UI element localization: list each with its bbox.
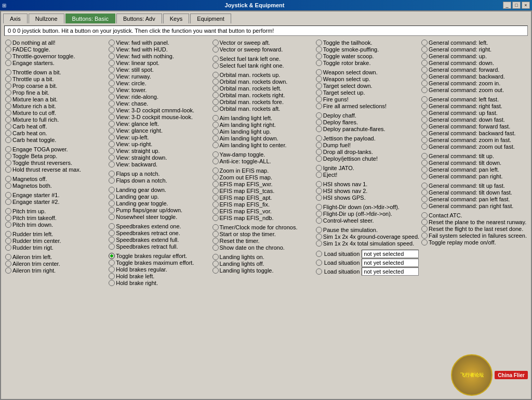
list-item[interactable]: Toggle Beta prop. <box>5 153 107 159</box>
radio-button[interactable] <box>421 226 428 232</box>
radio-button[interactable] <box>212 195 219 201</box>
tab-keys[interactable]: Keys <box>163 14 189 23</box>
radio-button[interactable] <box>109 134 115 140</box>
radio-button[interactable] <box>5 222 11 228</box>
radio-button[interactable] <box>212 99 219 105</box>
radio-button[interactable] <box>421 153 428 159</box>
list-item[interactable]: Speedbrakes extend one. <box>109 223 210 229</box>
list-item[interactable]: Flight-Dir up (off->fdir->on). <box>316 211 419 217</box>
list-item[interactable]: Toggle water scoop. <box>316 53 419 59</box>
radio-button[interactable] <box>109 121 115 127</box>
list-item[interactable]: Vector or sweep forward. <box>212 46 314 53</box>
list-item[interactable]: Yaw-damp toggle. <box>212 151 314 158</box>
radio-button[interactable] <box>316 46 322 53</box>
list-item[interactable]: Throttle down a bit. <box>5 69 107 75</box>
list-item[interactable]: View: fwd with panel. <box>109 40 210 46</box>
radio-button[interactable] <box>316 96 322 102</box>
radio-button[interactable] <box>212 106 219 112</box>
radio-button[interactable] <box>212 62 219 69</box>
list-item[interactable]: Engage starter #1. <box>5 192 107 198</box>
radio-button[interactable] <box>212 188 219 194</box>
list-item[interactable]: Pause the simulation. <box>316 227 419 233</box>
radio-button[interactable] <box>316 195 322 201</box>
list-item[interactable]: Toggle the tailhook. <box>316 40 419 46</box>
radio-button[interactable] <box>5 176 11 182</box>
list-item[interactable]: View: linear spot. <box>109 60 210 66</box>
radio-button[interactable] <box>421 137 428 143</box>
list-item[interactable]: Orbital man. rockets fore. <box>212 99 314 105</box>
radio-button[interactable] <box>421 196 428 202</box>
tab-buttons--adv[interactable]: Buttons: Adv <box>116 14 162 23</box>
radio-button[interactable] <box>109 200 115 207</box>
radio-button[interactable] <box>109 260 115 266</box>
list-item[interactable]: Orbital man. rockets aft. <box>212 106 314 112</box>
radio-button[interactable] <box>109 161 115 167</box>
radio-button[interactable] <box>212 122 219 128</box>
radio-button[interactable] <box>421 233 428 239</box>
list-item[interactable]: Prop coarse a bit. <box>5 83 107 89</box>
close-button[interactable]: × <box>522 2 530 9</box>
radio-button[interactable] <box>109 237 115 243</box>
list-item[interactable]: EFIS map EFIS_fix. <box>212 201 314 208</box>
list-item[interactable]: Magnetos off. <box>5 176 107 182</box>
list-item[interactable]: General command: down. <box>421 60 527 66</box>
list-item[interactable]: Reset the flight to the last reset done. <box>421 226 527 232</box>
list-item[interactable]: EFIS map EFIS_apt. <box>212 195 314 201</box>
list-item[interactable]: View: straight down. <box>109 154 210 161</box>
list-item[interactable]: Aim landing light down. <box>212 135 314 141</box>
radio-button[interactable] <box>316 260 322 266</box>
list-item[interactable]: Reset the plane to the nearest runway. <box>421 219 527 225</box>
list-item[interactable]: General command: down fast. <box>421 117 527 123</box>
radio-button[interactable] <box>109 114 115 120</box>
list-item[interactable]: Engage starter #2. <box>5 199 107 205</box>
radio-button[interactable] <box>5 89 11 96</box>
radio-button[interactable] <box>316 227 322 233</box>
list-item[interactable]: General command: tilt up. <box>421 153 527 159</box>
radio-button[interactable] <box>421 110 428 116</box>
list-item[interactable]: Fire guns! <box>316 96 419 102</box>
list-item[interactable]: Hold brake left. <box>109 273 210 279</box>
radio-button[interactable] <box>109 266 115 273</box>
list-item[interactable]: Speedbrakes retract full. <box>109 243 210 250</box>
list-item[interactable]: Ignite JATO. <box>316 165 419 171</box>
list-item[interactable]: Aileron trim left. <box>5 254 107 260</box>
radio-button[interactable] <box>5 123 11 130</box>
radio-button[interactable] <box>421 160 428 166</box>
maximize-button[interactable]: □ <box>512 2 521 9</box>
radio-button[interactable] <box>421 80 428 86</box>
list-item[interactable]: Pitch trim up. <box>5 208 107 214</box>
list-item[interactable]: Toggle smoke-puffing. <box>316 46 419 53</box>
list-item[interactable]: General command: forward. <box>421 67 527 73</box>
list-item[interactable]: Target select up. <box>316 89 419 96</box>
radio-button[interactable] <box>109 154 115 161</box>
radio-button[interactable] <box>109 107 115 113</box>
list-item[interactable]: Sim 1x 2x 4x ground-coverage speed. <box>316 234 419 240</box>
radio-button[interactable] <box>212 158 219 164</box>
radio-button[interactable] <box>5 130 11 136</box>
radio-button[interactable] <box>5 231 11 237</box>
radio-button[interactable] <box>316 142 322 148</box>
list-item[interactable]: Aim landing light left. <box>212 115 314 121</box>
radio-button[interactable] <box>5 215 11 221</box>
list-item[interactable]: Deploy/jettison chute! <box>316 156 419 162</box>
list-item[interactable]: Weapon select down. <box>316 69 419 75</box>
radio-button[interactable] <box>5 110 11 116</box>
list-item[interactable]: Sim 1x 2x 4x total simulation speed. <box>316 240 419 247</box>
list-item[interactable]: General command: zoom out fast. <box>421 144 527 150</box>
radio-button[interactable] <box>212 85 219 92</box>
radio-button[interactable] <box>109 148 115 154</box>
radio-button[interactable] <box>212 224 219 230</box>
list-item[interactable]: EFIS map EFIS_tcas. <box>212 188 314 194</box>
radio-button[interactable] <box>316 251 322 257</box>
list-item[interactable]: Rudder trim center. <box>5 238 107 244</box>
radio-button[interactable] <box>316 234 322 240</box>
radio-button[interactable] <box>5 69 11 75</box>
list-item[interactable]: Vector or sweep aft. <box>212 40 314 46</box>
list-item[interactable]: Aileron trim right. <box>5 267 107 274</box>
list-item[interactable]: General command: pan left fast. <box>421 196 527 202</box>
list-item[interactable]: Orbital man. rockets left. <box>212 85 314 92</box>
radio-button[interactable] <box>316 53 322 59</box>
radio-button[interactable] <box>109 193 115 200</box>
list-item[interactable]: View: runway. <box>109 73 210 80</box>
list-item[interactable]: General command: zoom in. <box>421 80 527 86</box>
